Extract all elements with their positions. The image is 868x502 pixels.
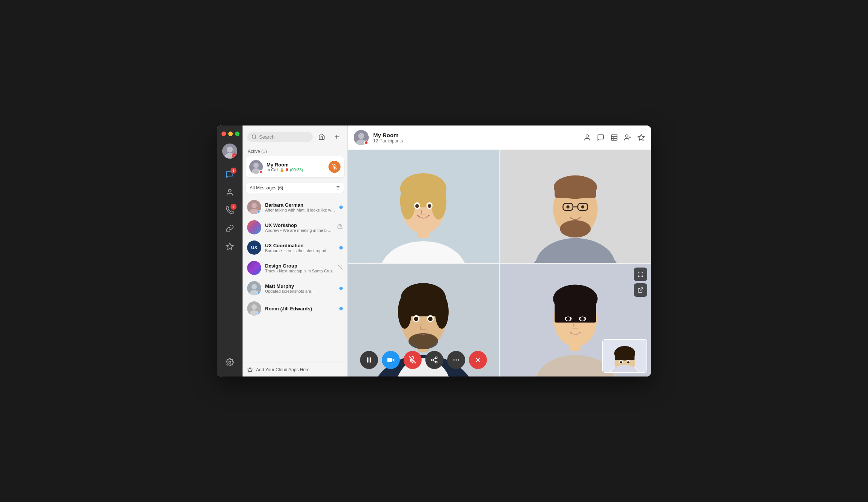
conv-preview: Tracy • Next meetup is in Santa Cruz bbox=[265, 269, 334, 273]
more-button[interactable] bbox=[447, 351, 465, 369]
cloud-apps-icon bbox=[247, 367, 253, 373]
svg-point-3 bbox=[228, 189, 231, 192]
svg-rect-88 bbox=[387, 358, 392, 362]
call-header-actions bbox=[583, 134, 645, 141]
video-button[interactable] bbox=[382, 351, 400, 369]
conv-info: Barbara German After talking with Matt, … bbox=[265, 202, 336, 212]
svg-point-41 bbox=[625, 135, 628, 138]
conv-preview: Andrew • We are meeting in the big conf.… bbox=[265, 228, 334, 233]
svg-point-80 bbox=[408, 333, 438, 349]
unread-indicator bbox=[339, 246, 343, 249]
messages-panel: Search Active (1) bbox=[243, 126, 348, 376]
conv-avatar bbox=[247, 220, 261, 234]
layout-icon bbox=[610, 134, 618, 141]
svg-point-1 bbox=[227, 147, 233, 153]
muted-icon bbox=[338, 224, 343, 231]
sparkle-action-button[interactable] bbox=[637, 134, 645, 141]
cloud-apps-footer[interactable]: Add Your Cloud Apps Here bbox=[243, 363, 347, 376]
sidebar-bottom bbox=[222, 354, 238, 376]
svg-point-56 bbox=[415, 204, 419, 208]
sidebar: ✎ 6 4 bbox=[217, 126, 243, 376]
share-button[interactable] bbox=[425, 351, 443, 369]
video-cell-2 bbox=[500, 150, 651, 263]
unread-dot bbox=[258, 210, 261, 214]
conv-avatar bbox=[247, 301, 261, 316]
end-call-button[interactable] bbox=[469, 351, 487, 369]
svg-point-30 bbox=[252, 304, 257, 310]
list-item[interactable]: Barbara German After talking with Matt, … bbox=[243, 197, 347, 217]
pause-button[interactable] bbox=[360, 351, 378, 369]
conv-meta bbox=[339, 307, 343, 310]
svg-marker-32 bbox=[247, 367, 252, 372]
person-icon bbox=[583, 134, 591, 141]
unread-indicator bbox=[339, 287, 343, 290]
sidebar-item-calls[interactable]: 4 bbox=[222, 202, 238, 219]
call-timer: (00:33) bbox=[290, 168, 303, 172]
conv-name: Design Group bbox=[265, 263, 334, 269]
svg-marker-4 bbox=[226, 243, 233, 249]
svg-rect-53 bbox=[402, 186, 445, 207]
video-cell-3 bbox=[348, 264, 499, 377]
list-item[interactable]: Room (Jill Edwards) bbox=[243, 298, 347, 319]
chat-icon bbox=[597, 134, 604, 141]
conv-name: Room (Jill Edwards) bbox=[265, 306, 336, 311]
svg-point-5 bbox=[229, 361, 231, 363]
mic-button[interactable] bbox=[404, 351, 422, 369]
svg-marker-87 bbox=[392, 358, 394, 361]
video-cell-1 bbox=[348, 150, 499, 263]
maximize-button[interactable] bbox=[235, 132, 240, 136]
edit-badge: ✎ bbox=[232, 153, 237, 159]
sidebar-item-integrations[interactable] bbox=[222, 238, 238, 255]
user-avatar[interactable]: ✎ bbox=[222, 144, 237, 159]
svg-rect-120 bbox=[615, 352, 634, 360]
filter-label: All Messages (6) bbox=[250, 185, 283, 191]
sidebar-item-settings[interactable] bbox=[222, 354, 238, 370]
traffic-lights bbox=[217, 132, 240, 136]
svg-point-10 bbox=[253, 163, 259, 168]
messages-badge: 6 bbox=[231, 168, 237, 174]
minimize-button[interactable] bbox=[228, 132, 233, 136]
chat-action-button[interactable] bbox=[597, 134, 604, 141]
search-icon bbox=[252, 134, 257, 139]
list-item[interactable]: UX UX Coordination Barbara • Here is the… bbox=[243, 237, 347, 258]
home-icon-button[interactable] bbox=[316, 131, 328, 143]
svg-rect-37 bbox=[612, 135, 617, 141]
video-grid bbox=[348, 150, 651, 376]
filter-bar: All Messages (6) bbox=[243, 180, 347, 195]
compose-button[interactable] bbox=[331, 131, 343, 143]
conv-info: UX Coordination Barbara • Here is the la… bbox=[265, 243, 336, 253]
add-person-action-button[interactable] bbox=[624, 134, 631, 141]
mute-call-button[interactable] bbox=[329, 161, 341, 173]
list-item[interactable]: Matt Murphy Updated screenshots are... bbox=[243, 278, 347, 298]
fullscreen-button[interactable] bbox=[634, 268, 647, 281]
search-placeholder: Search bbox=[259, 134, 274, 140]
close-button[interactable] bbox=[222, 132, 226, 136]
conv-meta bbox=[338, 224, 343, 231]
layout-action-button[interactable] bbox=[610, 134, 618, 141]
list-item[interactable]: UX Workshop Andrew • We are meeting in t… bbox=[243, 217, 347, 237]
svg-rect-85 bbox=[367, 357, 368, 362]
svg-rect-86 bbox=[369, 357, 371, 362]
pause-icon bbox=[365, 356, 373, 364]
external-icon bbox=[637, 287, 643, 293]
sidebar-item-messages[interactable]: 6 bbox=[222, 166, 238, 183]
sidebar-item-contacts[interactable] bbox=[222, 184, 238, 201]
external-view-button[interactable] bbox=[634, 283, 647, 297]
list-item[interactable]: Design Group Tracy • Next meetup is in S… bbox=[243, 258, 347, 278]
svg-point-22 bbox=[252, 203, 257, 208]
video-controls bbox=[360, 351, 487, 369]
video-icon bbox=[387, 356, 395, 364]
person-action-button[interactable] bbox=[583, 134, 591, 141]
active-call-item[interactable]: My Room In Call 🔒 (00:33) bbox=[246, 156, 344, 177]
conv-name: UX Workshop bbox=[265, 222, 334, 228]
call-header: My Room 12 Participants bbox=[348, 126, 651, 150]
search-bar[interactable]: Search bbox=[247, 132, 313, 142]
filter-icon bbox=[335, 185, 340, 191]
header-status-dot bbox=[364, 141, 368, 145]
sidebar-item-links[interactable] bbox=[222, 220, 238, 237]
svg-point-91 bbox=[435, 357, 437, 359]
filter-select[interactable]: All Messages (6) bbox=[246, 183, 344, 193]
sparkle-icon bbox=[637, 134, 645, 141]
active-section-label: Active (1) bbox=[243, 147, 347, 156]
lock-icon: 🔒 bbox=[280, 168, 284, 172]
